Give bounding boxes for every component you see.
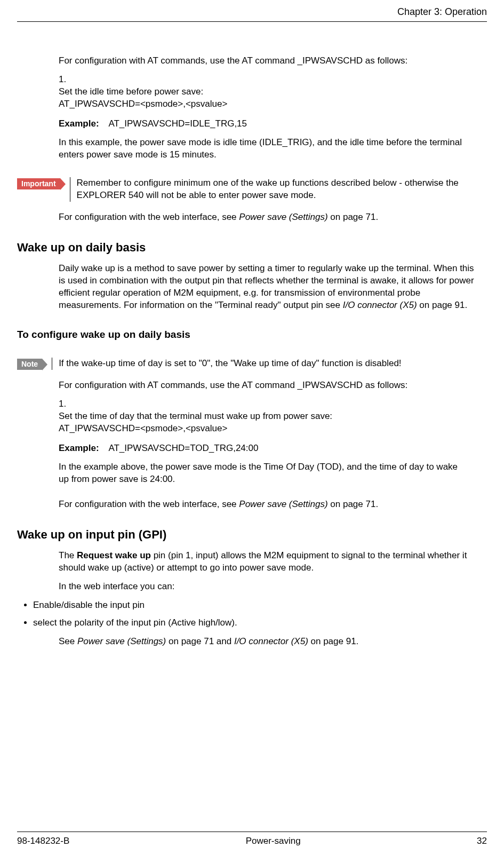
list-line-2: AT_IPWSAVSCHD=<psmode>,<psvalue>	[59, 98, 463, 110]
text-pre: The	[59, 550, 77, 560]
post-note-paragraph: For configuration with the web interface…	[59, 498, 482, 511]
intro-paragraph-1: For configuration with AT commands, use …	[59, 55, 482, 67]
crossref-link[interactable]: Power save (Settings)	[77, 636, 166, 646]
example-row: Example: AT_IPWSAVSCHD=IDLE_TRG,15	[59, 118, 463, 130]
section-heading-gpi: Wake up on input pin (GPI)	[17, 527, 487, 543]
post-important-paragraph: For configuration with the web interface…	[59, 211, 482, 224]
list-line-1: Set the idle time before power save:	[59, 86, 463, 98]
list-item: select the polarity of the input pin (Ac…	[33, 617, 487, 629]
important-text: Remember to configure minimum one of the…	[70, 177, 487, 202]
note-text: If the wake-up time of day is set to "0"…	[52, 358, 487, 370]
footer-title: Power-saving	[246, 835, 301, 848]
footer-pagenum: 32	[477, 835, 487, 848]
subsection-heading-configure-daily: To configure wake up on daily basis	[17, 328, 487, 342]
text-pre: For configuration with the web interface…	[59, 499, 239, 509]
crossref-link[interactable]: Power save (Settings)	[239, 212, 327, 222]
ordered-list-1: 1. Set the idle time before power save: …	[59, 74, 482, 168]
gpi-bullet-list: Enable/disable the input pin select the …	[17, 599, 487, 629]
text-post: on page 71.	[328, 499, 379, 509]
bold-term: Request wake up	[77, 550, 151, 560]
text-pre: For configuration with the web interface…	[59, 212, 239, 222]
text-post: on page 91.	[417, 300, 468, 310]
text-pre: See	[59, 636, 77, 646]
crossref-link[interactable]: I/O connector (X5)	[343, 300, 417, 310]
intro-paragraph-2: For configuration with AT commands, use …	[59, 379, 482, 392]
note-tag: Note	[17, 359, 42, 370]
text-post: on page 71.	[328, 212, 379, 222]
header-rule	[17, 21, 487, 22]
example-label: Example:	[59, 442, 99, 455]
text-post: on page 91.	[308, 636, 359, 646]
list-item: Enable/disable the input pin	[33, 599, 487, 612]
list-body: Set the time of day that the terminal mu…	[59, 410, 463, 492]
list-line-1: Set the time of day that the terminal mu…	[59, 410, 463, 423]
text-mid: on page 71 and	[166, 636, 234, 646]
ordered-list-2: 1. Set the time of day that the terminal…	[59, 398, 482, 492]
daily-paragraph: Daily wake up is a method to save power …	[59, 263, 482, 312]
page-header: Chapter 3: Operation	[17, 5, 487, 21]
list-number: 1.	[59, 74, 75, 86]
list-body: Set the idle time before power save: AT_…	[59, 86, 463, 168]
page: Chapter 3: Operation For configuration w…	[0, 0, 504, 855]
list-number: 1.	[59, 398, 75, 410]
example-explain: In the example above, the power save mod…	[59, 461, 463, 486]
footer-docnum: 98-148232-B	[17, 835, 69, 848]
section-heading-daily: Wake up on daily basis	[17, 240, 487, 256]
page-content: For configuration with AT commands, use …	[17, 49, 487, 816]
gpi-see-paragraph: See Power save (Settings) on page 71 and…	[59, 636, 482, 648]
chapter-title: Chapter 3: Operation	[397, 6, 487, 17]
example-explain: In this example, the power save mode is …	[59, 137, 463, 161]
list-line-2: AT_IPWSAVSCHD=<psmode>,<psvalue>	[59, 423, 463, 435]
example-label: Example:	[59, 118, 99, 130]
crossref-link[interactable]: I/O connector (X5)	[234, 636, 308, 646]
gpi-paragraph-2: In the web interface you can:	[59, 581, 482, 593]
important-tag: Important	[17, 178, 60, 189]
example-row: Example: AT_IPWSAVSCHD=TOD_TRG,24:00	[59, 442, 463, 455]
example-text: AT_IPWSAVSCHD=IDLE_TRG,15	[108, 118, 247, 129]
callout-important: Important Remember to configure minimum …	[17, 177, 487, 202]
example-text: AT_IPWSAVSCHD=TOD_TRG,24:00	[108, 443, 258, 453]
page-footer: 98-148232-B Power-saving 32	[17, 832, 487, 855]
callout-note: Note If the wake-up time of day is set t…	[17, 358, 487, 370]
gpi-paragraph-1: The Request wake up pin (pin 1, input) a…	[59, 550, 482, 574]
crossref-link[interactable]: Power save (Settings)	[239, 499, 327, 509]
